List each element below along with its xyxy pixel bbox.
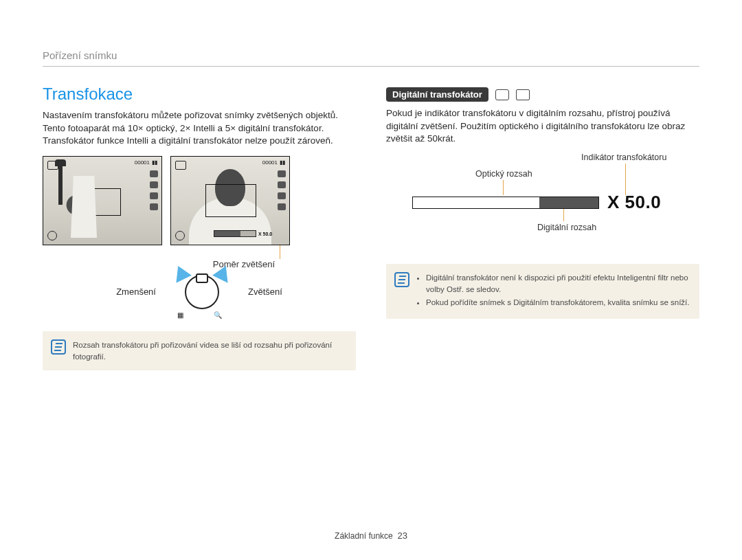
shot-counter: 00001 [262,159,278,166]
photo-mode-icon [495,89,509,100]
zoom-value: X 50.0 [258,232,272,236]
stabilizer-icon [175,231,185,240]
zoom-scale-diagram: Indikátor transfokátoru Optický rozsah X… [412,154,699,236]
footer-section: Základní funkce [335,531,393,541]
note-box-right: Digitální transfokátor není k dispozici … [386,264,699,319]
right-column: Digitální transfokátor Pokud je indikáto… [386,85,699,370]
digital-fill [539,197,598,208]
zoom-bar: X 50.0 [214,230,272,238]
zoom-out-label: Zmenšení [116,287,156,297]
zoom-track [214,230,256,237]
right-paragraph: Pokud je indikátor transfokátoru v digit… [386,107,699,146]
zoom-scale-track [412,197,599,209]
dial-subicons: ▦ 🔍 [43,311,356,319]
side-icons [150,170,158,210]
battery-icon: ▮▮ [280,159,285,166]
note-icon [394,272,409,287]
ratio-caption: Poměr zvětšení [132,259,356,269]
status-bar: 00001 ▮▮ [135,159,157,166]
focus-frame [205,184,256,217]
note-text: Rozsah transfokátoru při pořizování vide… [73,341,332,361]
scene-mode-icon [516,89,530,100]
note-icon [51,339,66,355]
focus-frame [81,188,121,216]
screenshot-tele: 00001 ▮▮ X 50.0 [170,156,290,245]
optical-label: Optický rozsah [475,169,532,179]
manual-page: Pořízení snímku Transfokace Nastavením t… [0,0,742,560]
screenshot-wide: 00001 ▮▮ [43,156,162,245]
zoom-dial-diagram: Zmenšení Zvětšení [43,275,356,309]
zoom-max-value: X 50.0 [607,192,661,213]
breadcrumb-bar: Pořízení snímku [43,49,699,67]
page-number: 23 [397,530,407,541]
scene-lamp [58,164,63,205]
camera-icon [175,161,186,170]
example-screens: 00001 ▮▮ 00001 ▮▮ [43,156,356,245]
note-box-left: Rozsah transfokátoru při pořizování vide… [43,331,356,370]
note-item: Pokud pořídíte snímek s Digitálním trans… [426,297,690,309]
page-title: Transfokace [43,85,356,104]
status-bar: 00001 ▮▮ [262,159,285,166]
shot-counter: 00001 [135,159,150,166]
magnify-icon: 🔍 [214,311,222,319]
stabilizer-icon [47,231,57,240]
breadcrumb: Pořízení snímku [43,49,117,61]
lead-digital [563,209,564,221]
side-icons [278,170,286,210]
battery-icon: ▮▮ [152,159,157,166]
digital-label: Digitální rozsah [537,223,596,232]
zoom-in-label: Zvětšení [248,287,282,297]
thumbnail-icon: ▦ [177,311,183,319]
page-footer: Základní funkce 23 [0,530,742,541]
callout-line [280,243,356,259]
note-item: Digitální transfokátor není k dispozici … [426,272,690,295]
section-badge: Digitální transfokátor [386,87,488,102]
heading-row: Digitální transfokátor [386,87,699,102]
indicator-label: Indikátor transfokátoru [581,153,666,162]
left-column: Transfokace Nastavením transfokátoru můž… [43,85,356,370]
two-column-layout: Transfokace Nastavením transfokátoru můž… [43,85,699,370]
zoom-dial-icon [185,275,219,309]
lead-indicator [625,164,626,195]
note-list: Digitální transfokátor není k dispozici … [416,272,690,309]
lead-optical [503,180,504,195]
intro-paragraph: Nastavením transfokátoru můžete pořizova… [43,109,356,148]
